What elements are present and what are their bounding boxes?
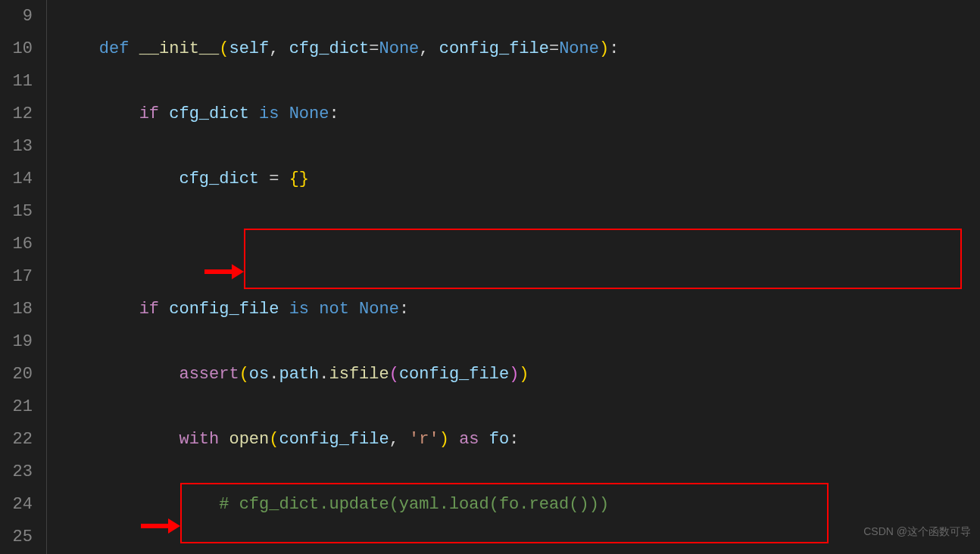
keyword-if: if	[139, 104, 159, 123]
line-number: 17	[0, 260, 33, 293]
keyword-assert: assert	[179, 365, 239, 384]
variable: config_file	[169, 300, 279, 319]
code-line[interactable]	[59, 228, 980, 260]
code-line[interactable]: cfg_dict = {}	[59, 163, 980, 195]
attribute: path	[279, 365, 319, 384]
keyword-as: as	[459, 430, 479, 449]
code-line[interactable]: # cfg_dict.update(yaml.load(fo.read()))	[59, 488, 980, 521]
line-number: 13	[0, 130, 33, 163]
line-number-gutter: 9 10 11 12 13 14 15 16 17 18 19 20 21 22…	[0, 0, 47, 554]
none-literal: None	[359, 300, 399, 319]
line-number: 15	[0, 195, 33, 228]
code-content[interactable]: def __init__(self, cfg_dict=None, config…	[47, 0, 980, 554]
line-number: 19	[0, 325, 33, 358]
method: isfile	[329, 365, 389, 384]
line-number: 18	[0, 293, 33, 325]
variable: config_file	[399, 365, 509, 384]
line-number: 16	[0, 228, 33, 260]
variable: config_file	[279, 430, 389, 449]
string-literal: 'r'	[409, 430, 439, 449]
keyword-is: is	[259, 104, 279, 123]
none-literal: None	[559, 39, 599, 58]
param: config_file	[439, 39, 549, 58]
param: cfg_dict	[289, 39, 370, 58]
code-line[interactable]: assert(os.path.isfile(config_file))	[59, 358, 980, 391]
line-number: 24	[0, 488, 33, 521]
none-literal: None	[289, 104, 329, 123]
comment: # cfg_dict.update(yaml.load(fo.read()))	[219, 495, 609, 514]
line-number: 23	[0, 456, 33, 488]
line-number: 25	[0, 521, 33, 553]
param-self: self	[229, 39, 269, 58]
watermark: CSDN @这个函数可导	[863, 515, 971, 548]
module: os	[249, 365, 269, 384]
keyword-if: if	[139, 300, 159, 319]
keyword-def: def	[99, 39, 130, 58]
none-literal: None	[379, 39, 420, 58]
code-line[interactable]: with open(config_file, 'r') as fo:	[59, 423, 980, 456]
keyword-not: not	[319, 300, 349, 319]
function-name: __init__	[139, 39, 220, 58]
variable: cfg_dict	[179, 170, 259, 188]
variable: fo	[489, 430, 509, 449]
code-line[interactable]: def __init__(self, cfg_dict=None, config…	[59, 33, 980, 65]
line-number: 14	[0, 163, 33, 195]
line-number: 10	[0, 33, 33, 65]
builtin-open: open	[229, 430, 269, 449]
line-number: 20	[0, 358, 33, 391]
keyword-with: with	[179, 430, 219, 449]
keyword-is: is	[289, 300, 309, 319]
code-line[interactable]: if cfg_dict is None:	[59, 98, 980, 130]
code-editor: 9 10 11 12 13 14 15 16 17 18 19 20 21 22…	[0, 0, 980, 554]
line-number: 9	[0, 0, 33, 33]
code-line[interactable]: if config_file is not None:	[59, 293, 980, 325]
line-number: 22	[0, 423, 33, 456]
line-number: 21	[0, 391, 33, 423]
variable: cfg_dict	[169, 104, 249, 123]
line-number: 12	[0, 98, 33, 130]
line-number: 11	[0, 65, 33, 98]
